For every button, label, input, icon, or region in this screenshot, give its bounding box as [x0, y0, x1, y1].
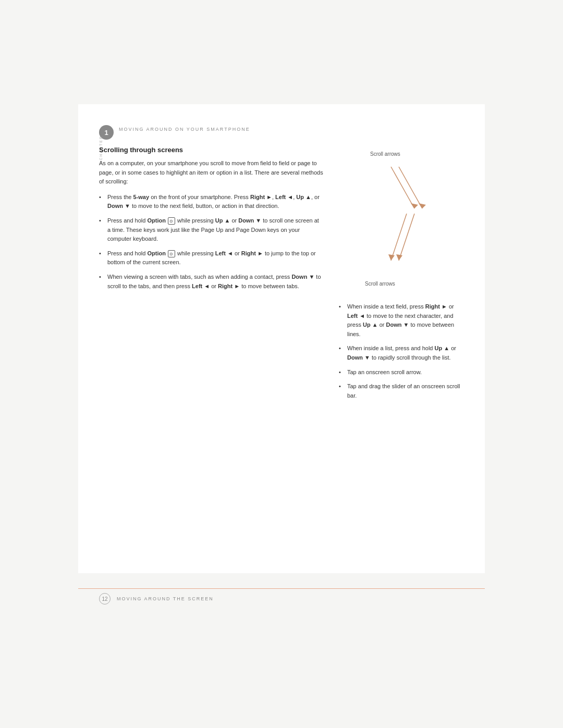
page: 1 MOVING AROUND ON YOUR SMARTPHONE CHAPT…: [78, 104, 485, 573]
list-item: Tap an onscreen scroll arrow.: [339, 368, 464, 377]
svg-marker-7: [396, 254, 402, 261]
left-bullet-list: Press the 5-way on the front of your sma…: [99, 193, 323, 291]
scroll-arrows-diagram: Scroll arrows: [339, 151, 454, 297]
left-column: Scrolling through screens As on a comput…: [99, 146, 323, 405]
svg-line-6: [399, 214, 414, 261]
right-column: Scroll arrows: [339, 146, 464, 405]
diagram-label-bottom: Scroll arrows: [365, 281, 395, 287]
footer-page-number: 12: [99, 593, 111, 604]
list-item: Press and hold Option ⊙ while pressing U…: [99, 216, 323, 244]
chapter-number: 1: [104, 129, 108, 137]
svg-marker-5: [419, 203, 426, 208]
section-title: Scrolling through screens: [99, 146, 323, 154]
footer-bar: 12 MOVING AROUND THE SCREEN: [78, 588, 485, 604]
footer-text: MOVING AROUND THE SCREEN: [117, 596, 214, 601]
content-area: Scrolling through screens As on a comput…: [99, 146, 464, 405]
section-intro: As on a computer, on your smartphone you…: [99, 159, 323, 187]
chapter-header-text: MOVING AROUND ON YOUR SMARTPHONE: [119, 127, 250, 132]
list-item: When inside a list, press and hold Up ▲ …: [339, 344, 464, 362]
list-item: Tap and drag the slider of an onscreen s…: [339, 382, 464, 400]
list-item: Press and hold Option ⊙ while pressing L…: [99, 249, 323, 267]
svg-marker-3: [388, 254, 395, 261]
list-item: When inside a text field, press Right ► …: [339, 302, 464, 339]
svg-marker-1: [411, 203, 418, 208]
right-bullet-list: When inside a text field, press Right ► …: [339, 302, 464, 400]
arrows-svg: [339, 151, 454, 297]
list-item: When viewing a screen with tabs, such as…: [99, 273, 323, 291]
svg-line-2: [391, 214, 407, 261]
list-item: Press the 5-way on the front of your sma…: [99, 193, 323, 211]
